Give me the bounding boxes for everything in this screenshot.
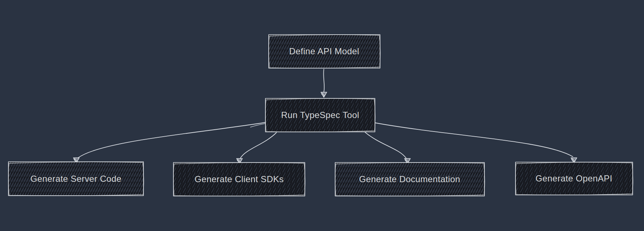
node-label: Generate Client SDKs	[195, 174, 284, 184]
node-label: Generate Documentation	[359, 174, 460, 184]
node-generate-server-code: Generate Server Code	[8, 162, 144, 196]
node-define-api-model: Define API Model	[269, 35, 380, 68]
node-run-typespec-tool: Run TypeSpec Tool	[265, 98, 375, 132]
node-label: Generate OpenAPI	[536, 173, 613, 183]
diagram-stage: Define API Model Run TypeSpec Tool Gener…	[0, 0, 644, 231]
node-generate-openapi: Generate OpenAPI	[515, 162, 633, 195]
node-label: Define API Model	[289, 46, 359, 56]
node-generate-client-sdks: Generate Client SDKs	[173, 163, 305, 196]
node-generate-documentation: Generate Documentation	[335, 163, 485, 196]
node-label: Generate Server Code	[30, 174, 121, 184]
flowchart-canvas: Define API Model Run TypeSpec Tool Gener…	[0, 0, 644, 231]
node-label: Run TypeSpec Tool	[281, 110, 359, 120]
